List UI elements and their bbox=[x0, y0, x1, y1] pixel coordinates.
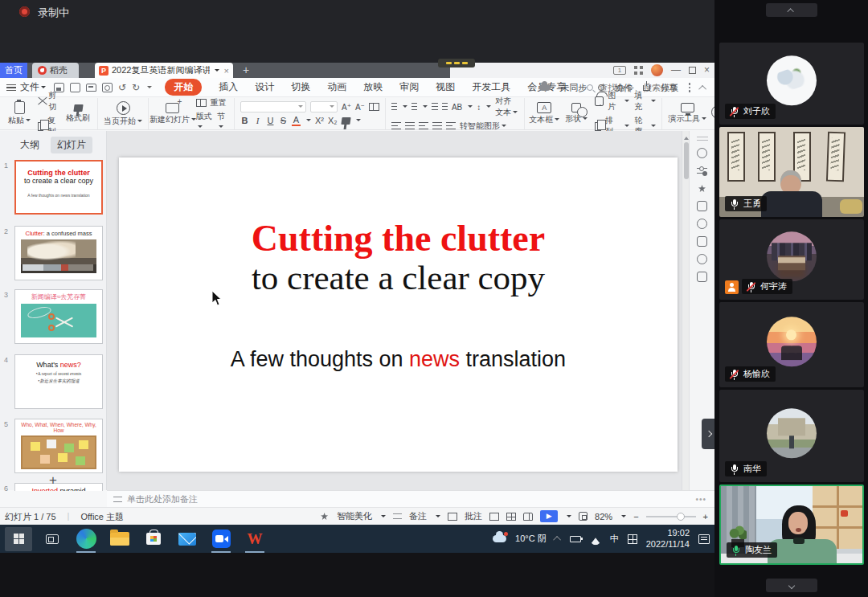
toolstrip-handle-icon[interactable] bbox=[697, 137, 708, 141]
theme-name[interactable]: Office 主题 bbox=[80, 511, 124, 523]
properties-icon[interactable] bbox=[697, 166, 707, 176]
minimize-button[interactable]: — bbox=[671, 63, 681, 78]
file-explorer-button[interactable] bbox=[106, 527, 133, 551]
tab-document[interactable]: P 2022复旦英语新闻编译讲座.pptx × bbox=[95, 63, 233, 78]
action-center-icon[interactable] bbox=[698, 534, 710, 544]
animation-pane-icon[interactable] bbox=[697, 201, 707, 211]
layout-button[interactable]: 版式 bbox=[196, 111, 213, 131]
notes-placeholder[interactable]: 单击此处添加备注 bbox=[127, 493, 198, 505]
current-slide[interactable]: Cutting the clutter to create a clear co… bbox=[119, 157, 678, 472]
font-size-select[interactable] bbox=[310, 101, 338, 112]
slide-thumbnail-5[interactable]: Who, What, When, Where, Why, How bbox=[14, 419, 103, 473]
battery-icon[interactable] bbox=[570, 536, 581, 542]
participant-tile-3[interactable]: 何宇涛 bbox=[719, 219, 864, 300]
zoom-level[interactable]: 82% bbox=[595, 512, 612, 521]
tab-home[interactable]: 首页 bbox=[0, 63, 27, 78]
notes-bar[interactable]: 单击此处添加备注 ••• bbox=[107, 490, 714, 507]
expand-panel-tab[interactable] bbox=[702, 419, 715, 449]
font-name-select[interactable] bbox=[240, 101, 306, 112]
align-center-icon[interactable] bbox=[405, 122, 415, 130]
reference-icon[interactable] bbox=[697, 272, 707, 282]
participant-tile-6-active-speaker[interactable]: 陶友兰 bbox=[719, 485, 864, 565]
hamburger-icon[interactable] bbox=[6, 84, 16, 91]
text-direction-icon[interactable]: AB bbox=[452, 103, 462, 112]
qat-more-caret[interactable] bbox=[147, 86, 152, 91]
network-icon[interactable] bbox=[590, 533, 601, 545]
clock[interactable]: 19:02 2022/11/14 bbox=[646, 528, 690, 550]
slideshow-play-button[interactable]: ▶ bbox=[540, 510, 558, 522]
effects-icon[interactable] bbox=[697, 183, 707, 194]
edge-taskbar-button[interactable] bbox=[72, 527, 100, 551]
ime-indicator[interactable]: 中 bbox=[610, 533, 619, 545]
play-from-current-button[interactable]: 当页开始 bbox=[104, 101, 142, 127]
participant-tile-4[interactable]: 杨愉欣 bbox=[719, 302, 864, 387]
zoom-in-button[interactable]: + bbox=[703, 512, 708, 521]
slide-thumbnail-4[interactable]: What's news? •A report of recent events … bbox=[14, 354, 103, 409]
notes-more-icon[interactable]: ••• bbox=[695, 495, 706, 504]
comments-button[interactable]: 批注 bbox=[465, 510, 482, 522]
print-preview-icon[interactable] bbox=[102, 83, 113, 92]
bold-button[interactable]: B bbox=[240, 116, 249, 125]
tab-dropdown-icon[interactable] bbox=[215, 69, 219, 74]
beautify-button[interactable]: 智能美化 bbox=[337, 510, 372, 522]
weather-text[interactable]: 10°C 阴 bbox=[515, 533, 547, 545]
export-icon[interactable] bbox=[70, 83, 80, 92]
align-right-icon[interactable] bbox=[419, 122, 428, 130]
text-box-button[interactable]: A 文本框 bbox=[530, 102, 558, 125]
single-window-mode-icon[interactable]: 1 bbox=[613, 66, 626, 75]
help-icon[interactable] bbox=[697, 219, 707, 229]
export-image-icon[interactable] bbox=[697, 236, 707, 247]
resource-icon[interactable] bbox=[697, 254, 707, 264]
reading-view-icon[interactable] bbox=[523, 513, 533, 521]
assistant-icon[interactable] bbox=[697, 148, 707, 158]
slide-thumbnail-2[interactable]: Clutter: a confused mass bbox=[14, 226, 103, 280]
justify-icon[interactable] bbox=[432, 122, 442, 130]
slide-sorter-icon[interactable] bbox=[506, 513, 516, 521]
increase-font-icon[interactable]: A⁺ bbox=[342, 103, 351, 112]
cloud-sync-icon[interactable] bbox=[539, 84, 551, 91]
collapse-up-button[interactable] bbox=[766, 3, 817, 17]
slide-canvas[interactable]: Cutting the clutter to create a clear co… bbox=[107, 131, 682, 490]
shapes-button[interactable]: 形状 bbox=[563, 103, 590, 125]
slide-thumbnail-3[interactable]: 新闻编译≈去芜存菁 bbox=[14, 289, 103, 344]
wps-taskbar-button[interactable]: W bbox=[241, 527, 268, 551]
superscript-button[interactable]: X² bbox=[315, 116, 324, 125]
numbered-list-icon[interactable] bbox=[411, 103, 417, 111]
file-menu[interactable]: 文件 bbox=[20, 80, 39, 94]
share-label[interactable]: 分享 bbox=[661, 82, 678, 94]
zoom-slider[interactable] bbox=[646, 516, 696, 517]
new-slide-button[interactable]: 新建幻灯片 bbox=[154, 103, 191, 125]
section-button[interactable]: 节 bbox=[217, 111, 228, 131]
more-options-icon[interactable] bbox=[689, 83, 691, 92]
align-text-button[interactable]: 对齐文本 bbox=[495, 96, 518, 118]
picture-button[interactable]: 图片 bbox=[595, 90, 629, 112]
menu-design[interactable]: 设计 bbox=[255, 80, 274, 94]
tab-close-icon[interactable]: × bbox=[224, 66, 229, 76]
account-avatar[interactable] bbox=[651, 64, 663, 76]
maximize-button[interactable] bbox=[689, 67, 696, 74]
collapse-down-button[interactable] bbox=[766, 579, 817, 592]
decrease-indent-icon[interactable] bbox=[432, 103, 437, 111]
fit-slide-icon[interactable] bbox=[579, 512, 588, 521]
menu-slideshow[interactable]: 放映 bbox=[363, 80, 383, 94]
menu-view[interactable]: 视图 bbox=[436, 80, 455, 94]
normal-view-icon[interactable] bbox=[489, 513, 499, 521]
redo-icon[interactable]: ↻ bbox=[132, 82, 140, 93]
mail-button[interactable] bbox=[174, 527, 201, 551]
print-icon[interactable] bbox=[86, 84, 96, 92]
menu-transition[interactable]: 切换 bbox=[291, 80, 310, 94]
menu-animation[interactable]: 动画 bbox=[327, 80, 346, 94]
presentation-tools-button[interactable]: 演示工具 bbox=[668, 103, 706, 125]
line-spacing-icon[interactable]: ↕ bbox=[477, 103, 481, 112]
tab-outline[interactable]: 大纲 bbox=[14, 137, 46, 153]
menu-insert[interactable]: 插入 bbox=[219, 80, 238, 94]
slide-thumbnail-1[interactable]: Cutting the clutter to create a clear co… bbox=[14, 160, 103, 215]
start-button[interactable] bbox=[5, 527, 32, 551]
store-button[interactable] bbox=[140, 527, 167, 551]
underline-button[interactable]: U bbox=[266, 116, 275, 125]
tab-slides[interactable]: 幻灯片 bbox=[51, 137, 92, 153]
highlight-icon[interactable] bbox=[341, 117, 350, 125]
subscript-button[interactable]: X₂ bbox=[328, 116, 338, 125]
participant-tile-2[interactable]: 王勇 bbox=[719, 127, 864, 217]
participant-tile-5[interactable]: 南华 bbox=[719, 390, 864, 482]
